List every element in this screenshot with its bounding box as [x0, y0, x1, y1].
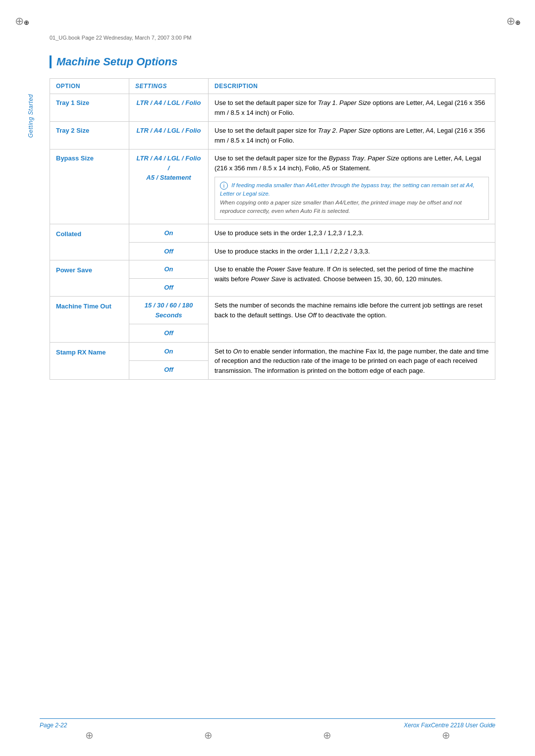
settings-collated-off: Off	[129, 242, 209, 260]
footer-guide-title: Xerox FaxCentre 2218 User Guide	[404, 722, 495, 729]
desc-timeout: Sets the number of seconds the machine r…	[209, 297, 495, 343]
col-header-option: OPTION	[50, 79, 129, 94]
table-row: Machine Time Out 15 / 30 / 60 / 180Secon…	[50, 297, 495, 324]
reg-mark-tr: ⊕	[506, 15, 520, 29]
footer-page-number: Page 2-22	[40, 722, 67, 729]
option-tray1: Tray 1 Size	[50, 94, 129, 122]
settings-collated-on: On	[129, 224, 209, 243]
page-container: ⊕ ⊕ 01_UG.book Page 22 Wednesday, March …	[0, 0, 535, 756]
reg-mark-bl: ⊕	[85, 729, 94, 741]
table-row: Power Save On Use to enable the Power Sa…	[50, 260, 495, 279]
note-gray-text: When copying onto a paper size smaller t…	[220, 200, 462, 214]
table-row: Collated On Use to produce sets in the o…	[50, 224, 495, 243]
main-table: OPTION SETTINGS DESCRIPTION Tray 1 Size …	[50, 78, 495, 380]
settings-stamprx-off: Off	[129, 361, 209, 380]
desc-bypass: Use to set the default paper size for th…	[209, 150, 495, 224]
reg-bottom-row: ⊕ ⊕ ⊕ ⊕	[0, 729, 535, 741]
table-row: Tray 2 Size LTR / A4 / LGL / Folio Use t…	[50, 122, 495, 150]
settings-powersave-off: Off	[129, 278, 209, 297]
settings-powersave-on: On	[129, 260, 209, 279]
table-row: Bypass Size LTR / A4 / LGL / Folio /A5 /…	[50, 150, 495, 224]
col-header-settings: SETTINGS	[129, 79, 209, 94]
desc-collated-off: Use to produce stacks in the order 1,1,1…	[209, 242, 495, 260]
reg-mark-br2: ⊕	[442, 729, 450, 741]
option-bypass: Bypass Size	[50, 150, 129, 224]
table-header-row: OPTION SETTINGS DESCRIPTION	[50, 79, 495, 94]
settings-bypass: LTR / A4 / LGL / Folio /A5 / Statement	[129, 150, 209, 224]
sidebar-label: Getting Started	[27, 94, 34, 138]
option-collated: Collated	[50, 224, 129, 260]
settings-timeout-off: Off	[129, 324, 209, 343]
table-row: Tray 1 Size LTR / A4 / LGL / Folio Use t…	[50, 94, 495, 122]
table-row: Stamp RX Name On Set to On to enable sen…	[50, 342, 495, 361]
option-tray2: Tray 2 Size	[50, 122, 129, 150]
reg-mark-tl: ⊕	[15, 15, 29, 29]
desc-collated-on: Use to produce sets in the order 1,2,3 /…	[209, 224, 495, 243]
settings-stamprx-on: On	[129, 342, 209, 361]
option-stamprx: Stamp RX Name	[50, 342, 129, 380]
reg-mark-bc: ⊕	[204, 729, 213, 741]
page-title: Machine Setup Options	[50, 55, 495, 68]
top-header: 01_UG.book Page 22 Wednesday, March 7, 2…	[50, 35, 495, 41]
col-header-description: DESCRIPTION	[209, 79, 495, 94]
info-icon: i	[220, 182, 228, 190]
note-box-bypass: i If feeding media smaller than A4/Lette…	[214, 177, 489, 220]
desc-tray2: Use to set the default paper size for Tr…	[209, 122, 495, 150]
footer: Page 2-22 Xerox FaxCentre 2218 User Guid…	[40, 718, 495, 729]
desc-stamprx: Set to On to enable sender information, …	[209, 342, 495, 380]
settings-tray2: LTR / A4 / LGL / Folio	[129, 122, 209, 150]
settings-tray1: LTR / A4 / LGL / Folio	[129, 94, 209, 122]
option-powersave: Power Save	[50, 260, 129, 297]
note-blue-text: If feeding media smaller than A4/Letter …	[220, 182, 475, 197]
desc-tray1: Use to set the default paper size for Tr…	[209, 94, 495, 122]
option-timeout: Machine Time Out	[50, 297, 129, 343]
settings-timeout-seconds: 15 / 30 / 60 / 180Seconds	[129, 297, 209, 324]
desc-powersave: Use to enable the Power Save feature. If…	[209, 260, 495, 297]
reg-mark-br: ⊕	[323, 729, 331, 741]
